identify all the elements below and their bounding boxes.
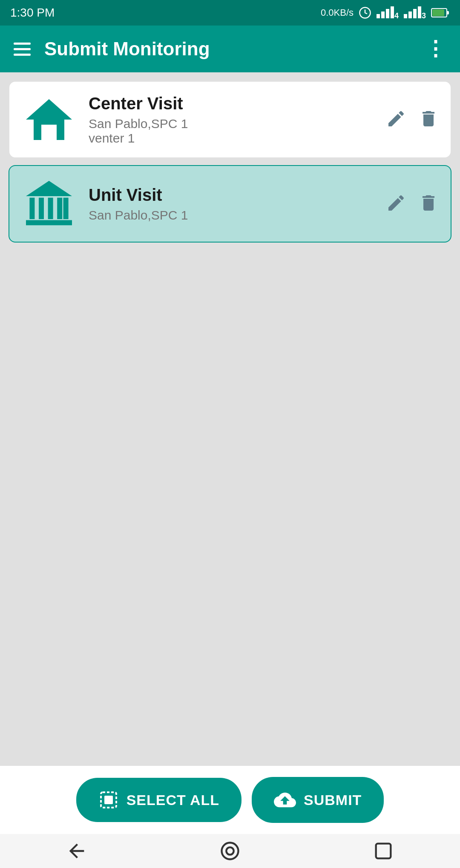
status-bar: 1:30 PM 0.0KB/s 4G 3G <box>0 0 460 26</box>
unit-visit-edit-button[interactable] <box>386 193 406 215</box>
svg-rect-3 <box>386 9 389 18</box>
svg-rect-6 <box>404 14 407 18</box>
svg-rect-18 <box>39 198 44 219</box>
more-options-button[interactable]: ⋮ <box>425 39 446 59</box>
status-time: 1:30 PM <box>10 6 55 20</box>
unit-visit-icon <box>21 176 77 231</box>
signal-4g-icon: 4G <box>377 6 399 19</box>
svg-point-25 <box>222 843 239 859</box>
select-all-label: SELECT ALL <box>126 792 219 808</box>
submit-label: SUBMIT <box>304 792 362 808</box>
svg-text:4G: 4G <box>394 11 399 19</box>
svg-rect-15 <box>41 125 57 140</box>
svg-rect-9 <box>418 6 421 18</box>
nav-bar <box>0 834 460 868</box>
content-area: Center Visit San Pablo,SPC 1 venter 1 <box>0 72 460 766</box>
center-visit-icon <box>21 92 77 147</box>
center-visit-card[interactable]: Center Visit San Pablo,SPC 1 venter 1 <box>9 81 451 158</box>
svg-rect-2 <box>381 11 385 18</box>
select-all-button[interactable]: SELECT ALL <box>76 778 242 822</box>
back-button[interactable] <box>66 840 88 862</box>
app-bar: Submit Monitoring ⋮ <box>0 26 460 72</box>
svg-rect-12 <box>447 11 449 14</box>
svg-rect-21 <box>63 198 69 219</box>
clock-icon <box>359 6 371 19</box>
upload-icon <box>274 789 296 811</box>
svg-rect-1 <box>377 14 380 18</box>
svg-marker-16 <box>26 181 72 196</box>
svg-rect-24 <box>104 796 113 804</box>
svg-rect-19 <box>48 198 53 219</box>
center-visit-subtitle2: venter 1 <box>89 131 374 146</box>
bottom-action-bar: SELECT ALL SUBMIT <box>0 766 460 834</box>
unit-visit-delete-button[interactable] <box>418 193 439 215</box>
select-all-icon <box>98 790 119 810</box>
svg-rect-7 <box>408 11 412 18</box>
recent-apps-button[interactable] <box>372 840 394 862</box>
center-visit-actions <box>386 108 439 131</box>
unit-visit-title: Unit Visit <box>89 186 374 205</box>
status-icons: 0.0KB/s 4G 3G <box>321 6 450 19</box>
svg-point-26 <box>226 847 233 854</box>
center-visit-title: Center Visit <box>89 94 374 113</box>
submit-button[interactable]: SUBMIT <box>252 777 384 823</box>
signal-3g-icon: 3G <box>404 6 426 19</box>
unit-visit-card[interactable]: Unit Visit San Pablo,SPC 1 <box>9 165 451 243</box>
hamburger-button[interactable] <box>14 43 31 56</box>
svg-text:3G: 3G <box>422 11 426 19</box>
unit-visit-info: Unit Visit San Pablo,SPC 1 <box>89 186 374 223</box>
center-visit-subtitle1: San Pablo,SPC 1 <box>89 117 374 131</box>
svg-rect-8 <box>413 9 417 18</box>
svg-rect-17 <box>29 198 34 219</box>
network-speed: 0.0KB/s <box>321 7 354 18</box>
home-button[interactable] <box>219 840 241 862</box>
center-visit-edit-button[interactable] <box>386 108 406 131</box>
svg-rect-4 <box>391 6 394 18</box>
svg-rect-20 <box>57 198 62 219</box>
svg-rect-13 <box>432 9 444 16</box>
app-title: Submit Monitoring <box>44 38 411 60</box>
center-visit-delete-button[interactable] <box>418 108 439 131</box>
unit-visit-subtitle1: San Pablo,SPC 1 <box>89 208 374 223</box>
svg-rect-22 <box>26 220 72 225</box>
center-visit-info: Center Visit San Pablo,SPC 1 venter 1 <box>89 94 374 146</box>
svg-rect-27 <box>376 844 391 859</box>
battery-icon <box>431 7 450 18</box>
unit-visit-actions <box>386 193 439 215</box>
